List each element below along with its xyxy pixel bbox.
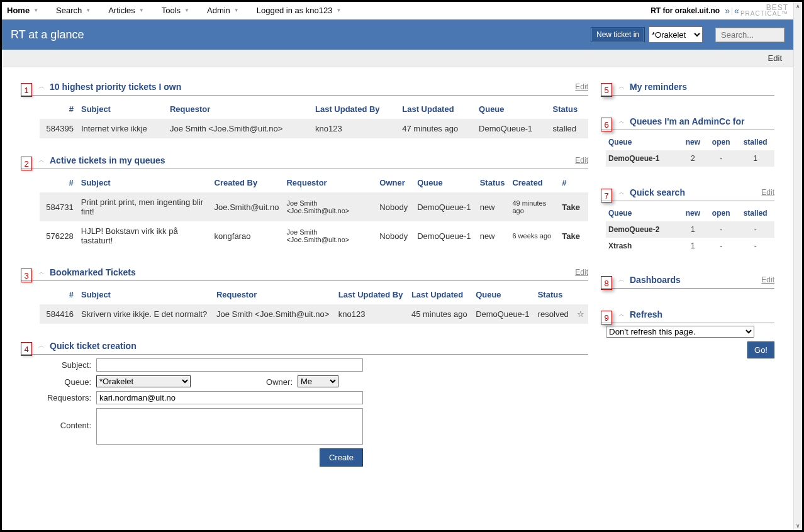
new-ticket-queue-select[interactable]: *Orakelet: [649, 26, 703, 43]
go-button[interactable]: Go!: [747, 341, 774, 358]
col-last[interactable]: Last Updated: [398, 99, 475, 119]
table-row[interactable]: Xtrash 1 - -: [606, 238, 774, 254]
page-title: RT at a glance: [11, 28, 84, 42]
panel-edit-link[interactable]: Edit: [761, 188, 774, 197]
chevron-up-icon[interactable]: ︿: [38, 341, 45, 350]
panel-title[interactable]: Dashboards: [630, 275, 681, 285]
scroll-up-icon[interactable]: ∧: [794, 2, 802, 11]
col-last[interactable]: Last Updated: [408, 285, 472, 304]
subject-input[interactable]: [96, 358, 363, 372]
chevron-up-icon[interactable]: ︿: [38, 156, 45, 165]
col-id[interactable]: #: [40, 285, 77, 304]
chevron-down-icon: ▼: [184, 8, 189, 13]
top-menu: Home▼ Search▼ Articles▼ Tools▼ Admin▼ Lo…: [2, 2, 793, 19]
take-link[interactable]: Take: [558, 192, 588, 221]
col-stalled[interactable]: stalled: [736, 205, 774, 221]
owner-label: Owner:: [191, 375, 298, 387]
col-action[interactable]: #: [558, 173, 588, 192]
panel-edit-link[interactable]: Edit: [575, 82, 588, 91]
table-row[interactable]: 584416 Skrivern virke ikkje. E det norma…: [40, 304, 588, 324]
col-created[interactable]: Created: [508, 173, 558, 192]
chevron-up-icon[interactable]: ︿: [618, 275, 625, 284]
col-new[interactable]: new: [680, 205, 706, 221]
chevron-up-icon[interactable]: ︿: [38, 268, 45, 277]
menu-articles[interactable]: Articles▼: [108, 6, 144, 15]
star-icon[interactable]: ☆: [573, 304, 588, 324]
owner-select[interactable]: Me: [298, 375, 338, 387]
panel-number: 5: [601, 83, 612, 97]
new-ticket-button[interactable]: New ticket in: [591, 27, 645, 42]
requestors-input[interactable]: [96, 391, 363, 404]
chevron-up-icon[interactable]: ︿: [618, 310, 625, 319]
search-input[interactable]: [715, 28, 784, 42]
col-id[interactable]: #: [40, 99, 77, 119]
take-link[interactable]: Take: [558, 221, 588, 250]
queue-select[interactable]: *Orakelet: [96, 375, 191, 387]
col-requestor[interactable]: Requestor: [213, 285, 335, 304]
panel-quicksearch: 7 ︿ Quick search Edit Queue new open sta…: [601, 186, 774, 254]
menu-admin[interactable]: Admin▼: [207, 6, 239, 15]
col-status[interactable]: Status: [476, 173, 509, 192]
col-last-by[interactable]: Last Updated By: [311, 99, 398, 119]
col-requestor[interactable]: Requestor: [282, 173, 376, 192]
panel-title[interactable]: My reminders: [630, 82, 687, 92]
panel-title[interactable]: Refresh: [630, 309, 662, 319]
menu-logged-in[interactable]: Logged in as kno123▼: [257, 6, 342, 15]
banner: RT at a glance New ticket in *Orakelet: [2, 19, 793, 50]
col-status[interactable]: Status: [549, 99, 589, 119]
chevron-left-icon[interactable]: «: [734, 6, 739, 16]
menu-search[interactable]: Search▼: [56, 6, 91, 15]
menu-tools[interactable]: Tools▼: [162, 6, 189, 15]
panel-title[interactable]: Quick ticket creation: [50, 341, 137, 351]
panel-active-tickets: 2 ︿ Active tickets in my queues Edit # S…: [21, 153, 588, 250]
col-queue[interactable]: Queue: [413, 173, 476, 192]
col-stalled[interactable]: stalled: [736, 134, 774, 150]
chevron-right-icon[interactable]: »: [725, 6, 730, 16]
table-header-row: Queue new open stalled: [606, 134, 774, 150]
col-new[interactable]: new: [680, 134, 706, 150]
chevron-up-icon[interactable]: ︿: [618, 117, 625, 126]
col-queue[interactable]: Queue: [606, 205, 680, 221]
col-created-by[interactable]: Created By: [211, 173, 283, 192]
scroll-down-icon[interactable]: ∨: [794, 521, 802, 530]
best-practical-logo[interactable]: BESTPRACTICAL™: [740, 4, 788, 17]
create-button[interactable]: Create: [320, 448, 363, 467]
refresh-select[interactable]: Don't refresh this page.: [606, 326, 754, 338]
table-header-row: # Subject Requestor Last Updated By Last…: [40, 285, 588, 304]
col-subject[interactable]: Subject: [77, 99, 166, 119]
chevron-up-icon[interactable]: ︿: [618, 188, 625, 197]
col-queue[interactable]: Queue: [475, 99, 549, 119]
chevron-up-icon[interactable]: ︿: [618, 82, 625, 91]
col-status[interactable]: Status: [534, 285, 573, 304]
panel-title[interactable]: Active tickets in my queues: [50, 155, 165, 165]
content-textarea[interactable]: [96, 408, 363, 445]
panel-title[interactable]: Quick search: [630, 187, 685, 197]
chevron-down-icon: ▼: [33, 8, 38, 13]
col-requestor[interactable]: Requestor: [166, 99, 311, 119]
panel-title[interactable]: Queues I'm an AdminCc for: [630, 116, 745, 126]
table-row[interactable]: 584395 Internet virke ikkje Joe Smith <J…: [40, 119, 588, 138]
panel-title[interactable]: Bookmarked Tickets: [50, 267, 136, 277]
panel-title[interactable]: 10 highest priority tickets I own: [50, 82, 181, 92]
table-row[interactable]: DemoQueue-2 1 - -: [606, 221, 774, 238]
col-last-by[interactable]: Last Updated By: [335, 285, 408, 304]
scrollbar[interactable]: ∧ ∨: [793, 2, 802, 530]
col-queue[interactable]: Queue: [472, 285, 534, 304]
page-edit-link[interactable]: Edit: [768, 53, 782, 63]
col-open[interactable]: open: [706, 205, 736, 221]
panel-edit-link[interactable]: Edit: [575, 268, 588, 277]
col-open[interactable]: open: [706, 134, 736, 150]
panel-edit-link[interactable]: Edit: [575, 156, 588, 165]
table-row[interactable]: 584731 Print print print, men ingenting …: [40, 192, 588, 221]
col-id[interactable]: #: [40, 173, 77, 192]
chevron-up-icon[interactable]: ︿: [38, 82, 45, 91]
rt-for-label[interactable]: RT for orakel.uit.no: [650, 6, 720, 15]
menu-home[interactable]: Home▼: [7, 6, 38, 15]
col-owner[interactable]: Owner: [376, 173, 413, 192]
table-row[interactable]: DemoQueue-1 2 - 1: [606, 150, 774, 167]
col-queue[interactable]: Queue: [606, 134, 680, 150]
col-subject[interactable]: Subject: [77, 285, 213, 304]
panel-edit-link[interactable]: Edit: [761, 275, 774, 284]
col-subject[interactable]: Subject: [77, 173, 211, 192]
table-row[interactable]: 576228 HJLP! Bokstavn virk ikk på tastat…: [40, 221, 588, 250]
